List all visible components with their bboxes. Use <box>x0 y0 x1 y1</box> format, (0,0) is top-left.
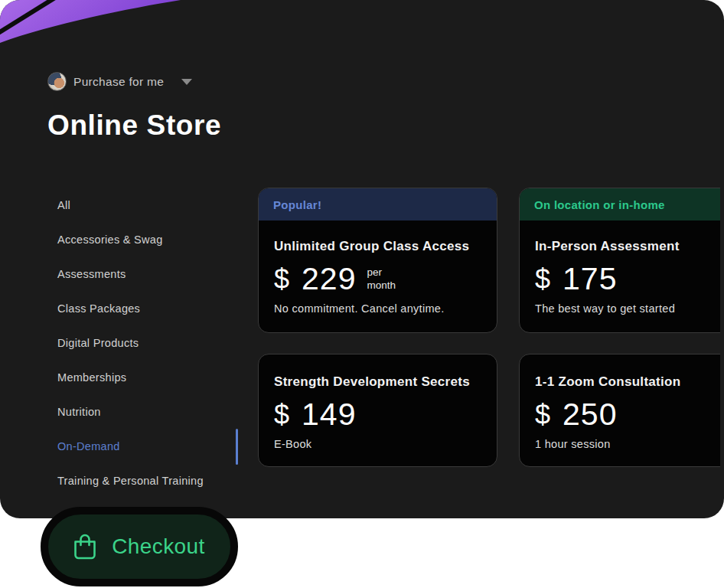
active-category-indicator <box>236 429 238 465</box>
price-amount: 149 <box>302 397 356 433</box>
price-amount: 250 <box>563 397 617 433</box>
sidebar-item-class-packages[interactable]: Class Packages <box>57 291 230 325</box>
product-subtitle: No commitment. Cancel anytime. <box>274 302 481 315</box>
purchase-for-selector[interactable]: Purchase for me <box>47 72 192 91</box>
product-card-unlimited-group-class-access[interactable]: Popular! Unlimited Group Class Access $ … <box>258 188 497 333</box>
category-sidebar: All Accessories & Swag Assessments Class… <box>57 188 230 498</box>
avatar <box>47 72 67 91</box>
checkout-label: Checkout <box>112 534 205 559</box>
sidebar-item-memberships[interactable]: Memberships <box>57 360 230 394</box>
currency-symbol: $ <box>535 263 550 296</box>
sidebar-item-nutrition[interactable]: Nutrition <box>57 394 230 429</box>
price-amount: 229 <box>302 261 356 297</box>
product-card-body: 1-1 Zoom Consultation $ 250 1 hour sessi… <box>520 354 720 450</box>
product-badge: Popular! <box>259 188 497 220</box>
currency-symbol: $ <box>274 263 289 296</box>
product-card-body: Unlimited Group Class Access $ 229 per m… <box>259 220 497 315</box>
purchase-for-label: Purchase for me <box>73 75 164 89</box>
product-card-strength-development-secrets[interactable]: Strength Development Secrets $ 149 E-Boo… <box>258 354 497 467</box>
product-title: Unlimited Group Class Access <box>274 239 481 254</box>
price-period-line2: month <box>367 279 396 291</box>
shopping-bag-icon <box>73 534 96 560</box>
product-price: $ 149 <box>274 397 481 433</box>
product-subtitle: 1 hour session <box>535 438 720 450</box>
sidebar-item-all[interactable]: All <box>57 188 230 222</box>
price-amount: 175 <box>563 261 617 297</box>
purple-swoosh-decoration <box>0 0 191 47</box>
product-price: $ 175 <box>535 261 720 297</box>
sidebar-item-on-demand[interactable]: On-Demand <box>57 429 230 463</box>
product-subtitle: E-Book <box>274 438 481 450</box>
product-title: Strength Development Secrets <box>274 374 481 390</box>
sidebar-item-accessories-swag[interactable]: Accessories & Swag <box>57 222 230 256</box>
page-title: Online Store <box>47 109 221 142</box>
product-price: $ 250 <box>535 397 720 433</box>
products-grid: Popular! Unlimited Group Class Access $ … <box>258 188 720 468</box>
sidebar-item-assessments[interactable]: Assessments <box>57 256 230 291</box>
chevron-down-icon <box>181 79 192 85</box>
product-card-body: Strength Development Secrets $ 149 E-Boo… <box>259 354 497 450</box>
sidebar-item-digital-products[interactable]: Digital Products <box>57 325 230 360</box>
product-card-body: In-Person Assessment $ 175 The best way … <box>520 220 720 315</box>
product-price: $ 229 per month <box>274 261 481 297</box>
product-title: 1-1 Zoom Consultation <box>535 374 720 390</box>
product-card-in-person-assessment[interactable]: On location or in-home In-Person Assessm… <box>519 188 720 333</box>
product-title: In-Person Assessment <box>535 239 720 254</box>
product-subtitle: The best way to get started <box>535 302 720 315</box>
checkout-button[interactable]: Checkout <box>41 507 238 586</box>
currency-symbol: $ <box>274 399 289 431</box>
online-store-panel: Purchase for me Online Store All Accesso… <box>0 0 724 518</box>
price-period: per month <box>367 266 396 292</box>
price-period-line1: per <box>367 266 382 278</box>
sidebar-item-training-personal-training[interactable]: Training & Personal Training <box>57 463 230 498</box>
currency-symbol: $ <box>535 399 550 431</box>
product-card-zoom-consultation[interactable]: 1-1 Zoom Consultation $ 250 1 hour sessi… <box>519 354 720 467</box>
product-badge: On location or in-home <box>520 188 720 220</box>
